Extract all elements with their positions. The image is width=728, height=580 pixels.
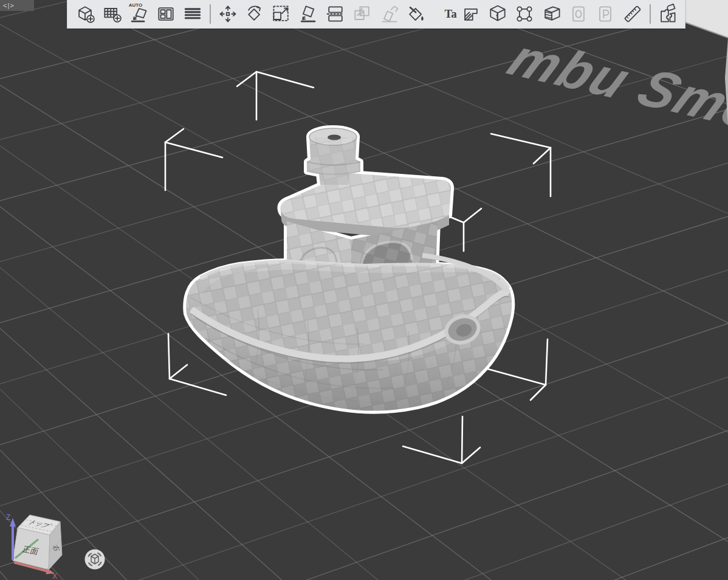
add-object-icon: [74, 3, 96, 25]
add-plate-icon: [101, 3, 123, 25]
color-paint-button[interactable]: [403, 1, 430, 27]
build-plate-canvas[interactable]: mbu Smoo: [0, 0, 728, 580]
axis-z-label: Z: [6, 513, 10, 522]
measure-icon: [622, 3, 644, 25]
mesh-edit-icon: [513, 3, 535, 25]
text-icon: [430, 3, 445, 25]
main-toolbar: AUTOTa: [67, 0, 685, 29]
split-to-objects-button[interactable]: [180, 1, 206, 27]
viewport-3d[interactable]: mbu Smoo: [0, 0, 728, 580]
toolbar-separator: [650, 4, 651, 24]
clone-o-button: [565, 1, 591, 27]
sidebar-collapse-handle[interactable]: <|>: [0, 0, 34, 11]
rotate-button[interactable]: [241, 1, 267, 27]
seam-paint-button[interactable]: [484, 1, 510, 27]
collapse-icon: <|>: [3, 2, 15, 9]
assembly-button[interactable]: [654, 1, 681, 27]
clone-p-button: [592, 1, 619, 27]
scale-button[interactable]: [269, 1, 295, 27]
mirror-button: [376, 1, 402, 27]
clone-p-icon: [594, 3, 616, 25]
fuzzy-skin-icon: [541, 3, 563, 25]
text-glyph-text: Ta: [444, 7, 456, 21]
split-to-objects-icon: [182, 3, 204, 25]
auto-orient-button[interactable]: AUTO: [126, 1, 152, 27]
assembly-icon: [656, 3, 678, 25]
fit-view-button[interactable]: [85, 550, 105, 570]
toolbar-separator: [210, 4, 211, 24]
cut-icon: [325, 3, 346, 25]
arrange-icon: [155, 3, 177, 25]
mesh-edit-button[interactable]: [512, 1, 538, 27]
place-on-face-icon: [298, 3, 320, 25]
support-paint-icon: [460, 3, 482, 25]
clone-o-icon: [568, 3, 589, 25]
auto-orient-icon: [128, 3, 149, 25]
cut-button[interactable]: [322, 1, 348, 27]
variable-layer-height-icon: [351, 3, 373, 25]
place-on-face-button[interactable]: [295, 1, 321, 27]
support-paint-button[interactable]: [458, 1, 484, 27]
color-paint-icon: [405, 3, 427, 25]
rotate-icon: [244, 3, 266, 25]
move-button[interactable]: [215, 1, 241, 27]
add-object-button[interactable]: [72, 1, 98, 27]
add-plate-button[interactable]: [98, 1, 125, 27]
arrange-button[interactable]: [153, 1, 179, 27]
text-button[interactable]: Ta: [430, 1, 457, 27]
variable-layer-height-button: [349, 1, 376, 27]
mirror-icon: [379, 3, 400, 25]
move-icon: [217, 3, 239, 25]
seam-paint-icon: [487, 3, 509, 25]
measure-button[interactable]: [619, 1, 645, 27]
axis-x-label: X: [52, 572, 57, 580]
fuzzy-skin-button[interactable]: [538, 1, 565, 27]
scale-icon: [270, 3, 292, 25]
